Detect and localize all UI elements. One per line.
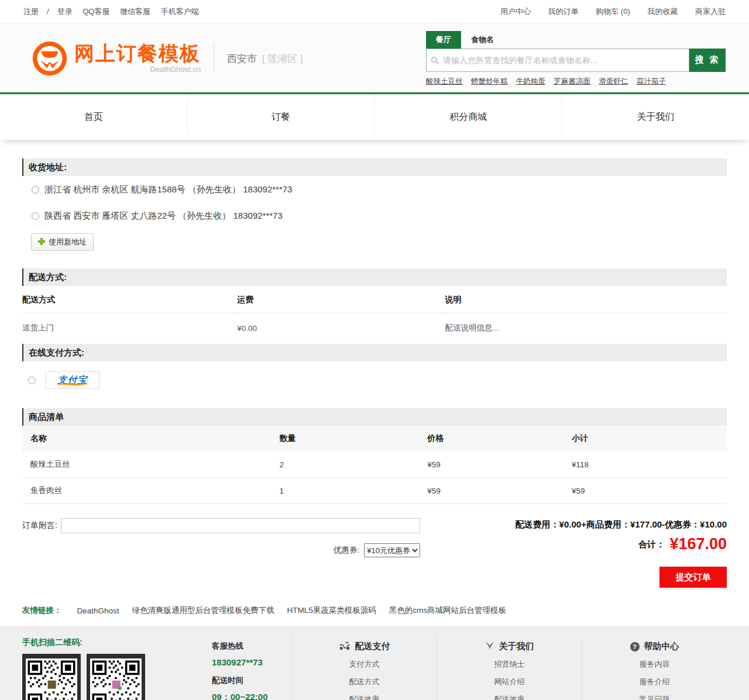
friend-link[interactable]: HTML5果蔬菜类模板源码 xyxy=(287,605,376,616)
submit-order-button[interactable]: 提交订单 xyxy=(659,567,727,588)
hot-keyword-link[interactable]: 酸辣土豆丝 xyxy=(426,77,463,85)
friend-links-label: 友情链接： xyxy=(22,605,62,616)
mobile-client-link[interactable]: 手机客户端 xyxy=(161,7,199,16)
header: 网上订餐模板 DeathGhost.cn 西安市 [ 莲湖区 ] 餐厅 食物名 … xyxy=(0,23,749,92)
memo-input[interactable] xyxy=(61,518,420,533)
payment-option-alipay[interactable]: 支付宝 xyxy=(28,371,727,389)
item-subtotal: ¥59 xyxy=(572,478,727,504)
footer-link[interactable]: 服务内容 xyxy=(582,656,727,673)
main-content: 收货地址: 浙江省 杭州市 余杭区 航海路1588号 （孙先生收） 183092… xyxy=(0,158,749,616)
new-address-button[interactable]: 使用新地址 xyxy=(31,233,94,251)
footer-col-title: 关于我们 xyxy=(499,641,534,652)
wechat-service-link[interactable]: 微信客服 xyxy=(120,7,150,16)
logo-icon xyxy=(32,41,67,76)
footer-link[interactable]: 配送效率 xyxy=(292,691,437,700)
question-icon: ? xyxy=(630,642,640,651)
footer-link[interactable]: 招贤纳士 xyxy=(437,656,582,673)
delivery-col-method: 配送方式 xyxy=(22,286,237,313)
footer-link[interactable]: 支付方式 xyxy=(292,656,437,673)
footer-link[interactable]: 配送方式 xyxy=(292,673,437,691)
friend-link[interactable]: 绿色清爽版通用型后台管理模板免费下载 xyxy=(132,605,274,616)
tab-restaurant[interactable]: 餐厅 xyxy=(426,31,461,49)
location: 西安市 [ 莲湖区 ] xyxy=(227,52,303,65)
qr-code-android xyxy=(26,658,77,700)
friend-link[interactable]: 黑色的cms商城网站后台管理模板 xyxy=(389,605,506,616)
memo-label: 订单附言: xyxy=(22,520,61,531)
hot-keyword-link[interactable]: 牛奶炖蛋 xyxy=(516,77,545,85)
search-tabs: 餐厅 食物名 xyxy=(426,31,726,49)
footer-col-title: 帮助中心 xyxy=(644,641,679,652)
search-input[interactable] xyxy=(426,49,689,72)
topbar-right: 用户中心 我的订单 购物车 (0) 我的收藏 商家入驻 xyxy=(485,0,726,23)
login-link[interactable]: 登录 xyxy=(57,7,73,16)
topbar-left: 注册/登录 QQ客服 微信客服 手机客户端 xyxy=(23,0,207,23)
delivery-col-note: 说明 xyxy=(445,286,727,313)
footer-link[interactable]: 服务介绍 xyxy=(582,673,727,691)
plus-icon xyxy=(38,238,45,247)
item-qty: 2 xyxy=(279,451,427,478)
coupon-select[interactable]: ¥10元优惠券 xyxy=(364,543,420,557)
location-district-link[interactable]: [ 莲湖区 ] xyxy=(262,53,303,64)
register-link[interactable]: 注册 xyxy=(23,7,39,16)
delivery-fee: ¥0.00 xyxy=(237,313,445,344)
hot-keyword-link[interactable]: 蒜汁茄子 xyxy=(637,77,666,85)
table-row: 鱼香肉丝 1 ¥59 ¥59 xyxy=(22,478,727,504)
favorites-link[interactable]: 我的收藏 xyxy=(647,7,678,16)
alipay-logo[interactable]: 支付宝 xyxy=(46,371,99,389)
payment-section-title: 在线支付方式: xyxy=(22,344,727,361)
delivery-section-title: 配送方式: xyxy=(22,268,727,286)
footer-col-help: ? 帮助中心 服务内容 服务介绍 常见问题 网站地图 xyxy=(582,635,727,700)
footer-col-title: 配送支付 xyxy=(355,641,390,652)
hot-keyword-link[interactable]: 芝麻酱凉面 xyxy=(554,77,590,85)
alipay-radio[interactable] xyxy=(28,377,36,384)
address-radio-2[interactable] xyxy=(32,212,39,220)
order-footer: 订单附言: 优惠券: ¥10元优惠券 配送费用：¥0.00+商品费用：¥177.… xyxy=(22,518,727,557)
search-block: 餐厅 食物名 搜 索 酸辣土豆丝 螃蟹炒年糕 牛奶炖蛋 芝麻酱凉面 滑蛋虾仁 蒜… xyxy=(426,31,726,87)
address-option-1[interactable]: 浙江省 杭州市 余杭区 航海路1588号 （孙先生收） 183092***73 xyxy=(22,176,727,202)
topbar: 注册/登录 QQ客服 微信客服 手机客户端 用户中心 我的订单 购物车 (0) … xyxy=(0,0,749,23)
nav-item-about[interactable]: 关于我们 xyxy=(562,94,749,140)
table-row: 送货上门 ¥0.00 配送说明信息... xyxy=(22,313,727,344)
site-title: 网上订餐模板 xyxy=(74,43,201,64)
hot-keyword-link[interactable]: 螃蟹炒年糕 xyxy=(471,77,508,85)
order-totals: 配送费用：¥0.00+商品费用：¥177.00-优惠券：¥10.00 合计： ¥… xyxy=(516,518,727,557)
search-icon xyxy=(431,56,439,67)
cart-link[interactable]: 购物车 (0) xyxy=(596,7,630,16)
item-name: 酸辣土豆丝 xyxy=(22,451,279,478)
item-price: ¥59 xyxy=(427,478,572,504)
address-radio-1[interactable] xyxy=(32,186,39,194)
address-option-label: 浙江省 杭州市 余杭区 航海路1588号 （孙先生收） 183092***73 xyxy=(44,184,292,194)
cart-table: 名称 数量 价格 小计 酸辣土豆丝 2 ¥59 ¥118 鱼香肉丝 1 ¥59 … xyxy=(22,426,727,504)
friend-links: 友情链接： DeathGhost 绿色清爽版通用型后台管理模板免费下载 HTML… xyxy=(22,605,727,616)
item-qty: 1 xyxy=(279,478,427,504)
user-center-link[interactable]: 用户中心 xyxy=(500,7,531,16)
footer-col-delivery-pay: 配送支付 支付方式 配送方式 配送效率 服务费用 xyxy=(291,635,437,700)
tab-food[interactable]: 食物名 xyxy=(461,31,504,49)
merchant-join-link[interactable]: 商家入驻 xyxy=(695,7,726,16)
item-subtotal: ¥118 xyxy=(572,451,727,478)
friend-link[interactable]: DeathGhost xyxy=(77,606,119,615)
total-label: 合计： xyxy=(638,539,665,549)
footer: 手机扫描二维码: Android iPhone xyxy=(0,626,749,700)
qq-service-link[interactable]: QQ客服 xyxy=(83,7,109,16)
delivery-table: 配送方式 运费 说明 送货上门 ¥0.00 配送说明信息... xyxy=(22,286,727,344)
footer-link[interactable]: 网站介绍 xyxy=(437,673,582,691)
nav-item-order[interactable]: 订餐 xyxy=(187,94,374,140)
search-button[interactable]: 搜 索 xyxy=(689,49,726,72)
footer-link[interactable]: 配送效率 xyxy=(437,691,582,700)
alipay-swoosh-icon xyxy=(54,382,92,387)
nav-item-points-mall[interactable]: 积分商城 xyxy=(374,94,562,140)
nav-item-home[interactable]: 首页 xyxy=(0,94,187,140)
hot-keywords: 酸辣土豆丝 螃蟹炒年糕 牛奶炖蛋 芝麻酱凉面 滑蛋虾仁 蒜汁茄子 xyxy=(426,77,726,87)
footer-link[interactable]: 常见问题 xyxy=(582,691,727,700)
cart-col-price: 价格 xyxy=(427,426,572,451)
qr-tile-android: Android xyxy=(22,654,81,700)
qr-tile-iphone: iPhone xyxy=(87,654,145,700)
separator: / xyxy=(47,7,49,16)
site-logo[interactable]: 网上订餐模板 DeathGhost.cn xyxy=(32,41,201,76)
address-option-label: 陕西省 西安市 雁塔区 丈八路22号 （孙先生收） 183092***73 xyxy=(44,211,283,220)
my-orders-link[interactable]: 我的订单 xyxy=(548,7,579,16)
hot-keyword-link[interactable]: 滑蛋虾仁 xyxy=(599,77,628,85)
address-option-2[interactable]: 陕西省 西安市 雁塔区 丈八路22号 （孙先生收） 183092***73 xyxy=(22,202,727,229)
site-domain: DeathGhost.cn xyxy=(74,65,201,74)
